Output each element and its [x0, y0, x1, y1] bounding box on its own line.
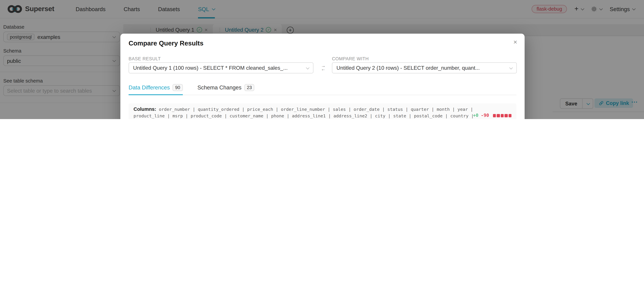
columns-line: Columns: order_number | quantity_ordered…: [134, 106, 512, 113]
chevron-down-icon: [306, 66, 310, 69]
tab-count-badge: 90: [173, 84, 183, 91]
compare-with-label: COMPARE WITH: [332, 56, 369, 61]
base-result-label: BASE RESULT: [128, 56, 161, 61]
tab-schema-changes[interactable]: Schema Changes 23: [197, 84, 254, 95]
tab-data-differences[interactable]: Data Differences 90: [128, 84, 182, 95]
removed-count: -90: [481, 112, 489, 119]
tab-count-badge: 23: [244, 84, 254, 91]
columns-label: Columns:: [134, 106, 156, 112]
diffstat: +0 -90: [473, 112, 512, 119]
chevron-down-icon: [509, 66, 513, 69]
modal-title: Compare Query Results: [128, 40, 204, 47]
swap-queries-icon: →←: [320, 64, 326, 71]
columns-summary: Columns: order_number | quantity_ordered…: [128, 103, 516, 119]
base-result-select[interactable]: Untitled Query 1 (100 rows) - SELECT * F…: [128, 62, 314, 73]
columns-line: territory | contact_last_name | contact_…: [134, 119, 512, 119]
compare-query-results-modal: Compare Query Results × BASE RESULT Unti…: [120, 34, 525, 119]
close-icon[interactable]: ×: [514, 39, 517, 45]
columns-line: product_line | msrp | product_code | cus…: [134, 113, 512, 119]
diffstat-blocks-icon: [493, 114, 512, 117]
added-count: +0: [473, 112, 478, 119]
diff-tabs: Data Differences 90 Schema Changes 23: [128, 84, 516, 95]
compare-with-select[interactable]: Untitled Query 2 (10 rows) - SELECT orde…: [332, 62, 517, 73]
app-root: Superset Dashboards Charts Datasets SQL …: [0, 0, 644, 119]
